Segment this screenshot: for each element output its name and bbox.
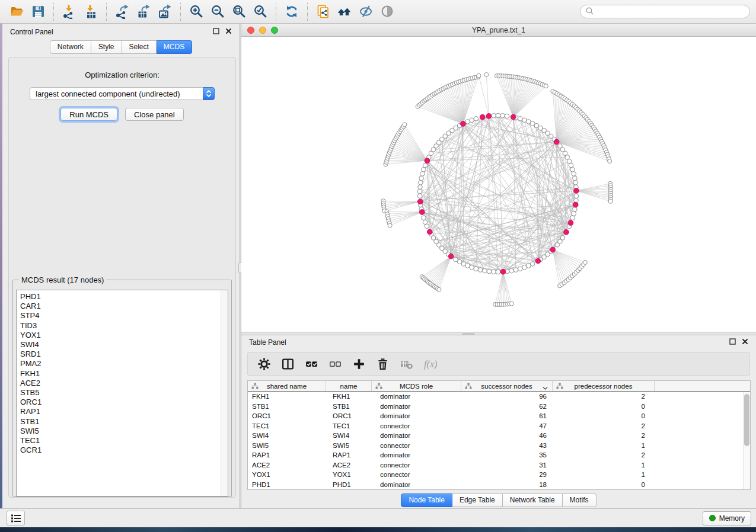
column-type-icon (556, 383, 563, 390)
export-image-icon[interactable] (154, 3, 176, 21)
new-network-from-selection-icon[interactable] (312, 3, 334, 21)
add-row-icon[interactable] (352, 357, 366, 371)
task-history-button[interactable] (7, 511, 25, 525)
tab-mcds[interactable]: MCDS (157, 40, 192, 54)
column-type-icon (375, 383, 382, 390)
first-neighbors-icon[interactable] (334, 3, 355, 21)
show-all-icon[interactable] (377, 3, 398, 21)
table-row[interactable]: YOX1YOX1connector291 (248, 470, 750, 480)
column-header-predecessor-nodes[interactable]: predecessor nodes (553, 381, 655, 391)
select-all-icon[interactable] (304, 357, 319, 371)
sort-chevron-icon[interactable] (543, 384, 548, 392)
cell-MCDS-role: dominator (372, 432, 461, 439)
table-row[interactable]: SWI5SWI5connector431 (248, 441, 750, 451)
column-visibility-icon[interactable] (280, 357, 295, 371)
export-table-icon[interactable] (133, 3, 154, 21)
network-canvas[interactable] (241, 37, 756, 332)
search-box[interactable] (580, 5, 750, 18)
mcds-result-item[interactable]: FKH1 (20, 369, 228, 379)
run-mcds-button[interactable]: Run MCDS (60, 108, 117, 121)
mcds-result-item[interactable]: RAP1 (20, 407, 228, 416)
mcds-result-item[interactable]: ACE2 (20, 379, 228, 388)
close-table-panel-icon[interactable] (742, 338, 748, 347)
table-tab-network-table[interactable]: Network Table (503, 493, 563, 507)
tab-network[interactable]: Network (50, 40, 91, 54)
mcds-result-item[interactable]: STB1 (20, 417, 228, 427)
settings-gear-icon[interactable] (257, 357, 272, 371)
network-window-titlebar[interactable]: YPA_prune.txt_1 (241, 24, 756, 37)
zoom-fit-icon[interactable] (228, 3, 250, 21)
import-table-icon[interactable] (80, 3, 101, 21)
zoom-in-icon[interactable] (186, 3, 207, 21)
zoom-selected-icon[interactable] (250, 3, 271, 21)
mcds-result-item[interactable]: SWI5 (20, 427, 228, 436)
window-close-button[interactable] (247, 27, 254, 34)
column-header-label: predecessor nodes (575, 383, 633, 390)
cell-MCDS-role: connector (372, 471, 461, 478)
hide-selected-icon[interactable] (355, 3, 377, 21)
table-row[interactable]: ORC1ORC1dominator610 (248, 411, 750, 421)
column-header-name[interactable]: name (326, 381, 372, 391)
mcds-result-item[interactable]: TID3 (20, 321, 228, 331)
table-tab-edge-table[interactable]: Edge Table (452, 493, 503, 507)
table-toolbar: f(x) (247, 352, 750, 376)
table-row[interactable]: PHD1PHD1dominator180 (248, 480, 750, 490)
window-minimize-button[interactable] (259, 27, 266, 34)
close-panel-button[interactable]: Close panel (125, 108, 184, 121)
mcds-result-item[interactable]: PMA2 (20, 359, 228, 368)
mcds-result-item[interactable]: STB5 (20, 388, 228, 398)
table-scrollbar-thumb[interactable] (744, 394, 749, 446)
mcds-result-list[interactable]: PHD1CAR1STP4TID3YOX1SWI4SRD1PMA2FKH1ACE2… (16, 290, 228, 496)
delete-row-icon[interactable] (375, 357, 390, 371)
memory-button[interactable]: Memory (703, 511, 751, 525)
table-row[interactable]: RAP1RAP1dominator352 (248, 450, 750, 460)
network-window-title: YPA_prune.txt_1 (472, 26, 525, 34)
mcds-result-item[interactable]: SRD1 (20, 350, 228, 359)
search-input[interactable] (597, 8, 744, 16)
tab-select[interactable]: Select (122, 40, 157, 54)
mcds-result-item[interactable]: SWI4 (20, 340, 228, 350)
import-network-icon[interactable] (59, 3, 80, 21)
table-row[interactable]: TEC1TEC1connector472 (248, 421, 750, 431)
tab-style[interactable]: Style (91, 40, 122, 54)
mcds-result-item[interactable]: CAR1 (20, 302, 228, 311)
table-tab-node-table[interactable]: Node Table (401, 493, 452, 507)
close-panel-icon[interactable] (225, 28, 232, 36)
cell-successor-nodes: 31 (461, 462, 553, 469)
table-row[interactable]: SWI4SWI4dominator462 (248, 431, 750, 441)
table-row[interactable]: FKH1FKH1dominator962 (248, 392, 750, 402)
mcds-result-item[interactable]: YOX1 (20, 331, 228, 340)
column-header-label: shared name (267, 383, 307, 390)
mcds-result-item[interactable]: TEC1 (20, 436, 228, 446)
mcds-result-title: MCDS result (17 nodes) (19, 275, 106, 284)
mcds-result-item[interactable]: ORC1 (20, 398, 228, 407)
deselect-all-icon[interactable] (328, 357, 343, 371)
network-graph[interactable] (241, 37, 756, 332)
column-header-MCDS-role[interactable]: MCDS role (372, 381, 461, 391)
zoom-out-icon[interactable] (207, 3, 228, 21)
mcds-result-item[interactable]: PHD1 (20, 292, 228, 302)
save-session-icon[interactable] (27, 3, 49, 21)
mcds-list-scrollbar[interactable] (221, 290, 228, 496)
horizontal-splitter-grip[interactable] (462, 333, 475, 335)
cell-successor-nodes: 43 (461, 442, 553, 449)
table-row[interactable]: STB1STB1dominator620 (248, 402, 750, 412)
window-zoom-button[interactable] (271, 27, 278, 34)
mcds-result-item[interactable]: STP4 (20, 311, 228, 321)
export-network-icon[interactable] (111, 3, 133, 21)
float-panel-icon[interactable] (213, 28, 219, 36)
column-header-successor-nodes[interactable]: successor nodes (461, 381, 553, 391)
mcds-result-item[interactable]: GCR1 (20, 446, 228, 455)
table-row[interactable]: ACE2ACE2connector311 (248, 460, 750, 470)
table-tab-motifs[interactable]: Motifs (563, 493, 596, 507)
cell-MCDS-role: dominator (372, 451, 461, 459)
control-panel: Control Panel NetworkStyleSelectMCDS Opt… (2, 24, 240, 508)
optimization-criterion-label: Optimization criterion: (9, 70, 235, 79)
table-scrollbar[interactable] (743, 392, 750, 489)
column-header-shared-name[interactable]: shared name (248, 381, 326, 391)
float-table-panel-icon[interactable] (729, 338, 736, 347)
refresh-layout-icon[interactable] (281, 3, 302, 21)
open-session-icon[interactable] (6, 3, 27, 21)
optimization-criterion-dropdown[interactable]: largest connected component (undirected) (30, 87, 215, 100)
cell-successor-nodes: 61 (461, 412, 553, 419)
